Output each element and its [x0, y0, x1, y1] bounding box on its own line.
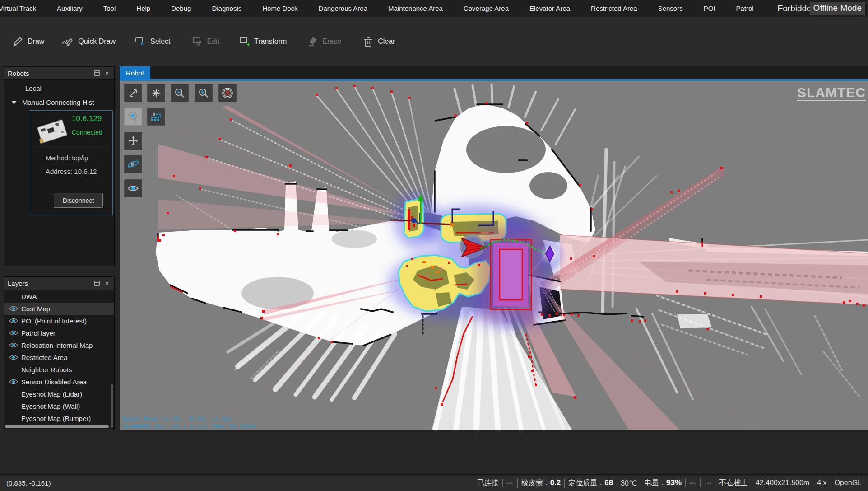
eye-icon[interactable]	[9, 354, 19, 362]
transform-rect-icon	[238, 36, 250, 47]
tab-robot[interactable]: Robot	[120, 66, 150, 79]
view-options-button[interactable]	[124, 179, 142, 197]
slamtec-logo: SLAMTEC	[797, 86, 866, 101]
cancel-action-button[interactable]	[218, 84, 237, 102]
status-dock-state: 不在桩上	[715, 478, 752, 488]
layer-row-relocation[interactable]: Relocation Internal Map	[4, 339, 114, 351]
eye-icon[interactable]	[9, 379, 19, 386]
select-button[interactable]: Select	[135, 36, 170, 47]
draw-label: Draw	[28, 37, 44, 46]
layer-label: Sensor Disabled Area	[21, 378, 87, 386]
menu-item-home-dock[interactable]: Home Dock	[252, 0, 308, 17]
menu-item-diagnosis[interactable]: Diagnosis	[201, 0, 252, 17]
device-method: Method: tcp/ip	[46, 154, 88, 162]
layer-row-restricted[interactable]: Restricted Area	[4, 351, 114, 364]
zoom-in-button[interactable]	[195, 84, 213, 102]
center-star-icon	[150, 87, 162, 99]
collapse-arrow-icon[interactable]	[11, 101, 17, 104]
dashed-path-icon	[150, 110, 162, 123]
clear-button[interactable]: Clear	[363, 36, 395, 47]
zoom-in-icon	[198, 87, 209, 99]
status-battery: 电量：93%	[641, 478, 685, 488]
locate-robot-button[interactable]	[124, 108, 142, 126]
layer-row-eyeshot-lidar[interactable]: Eyeshot Map (Lidar)	[4, 388, 114, 400]
fit-view-button[interactable]	[124, 84, 142, 102]
quick-draw-button[interactable]: Quick Draw	[61, 36, 116, 47]
menu-item-poi[interactable]: POI	[693, 0, 726, 17]
layers-vertical-scrollbar[interactable]	[111, 384, 113, 428]
layer-row-eyeshot-wall[interactable]: Eyeshot Map (Wall)	[4, 400, 114, 412]
status-temperature: 30℃	[617, 479, 641, 487]
menu-item-dangerous-area[interactable]: Dangerous Area	[308, 0, 378, 17]
layer-row-eyeshot-bumper[interactable]: Eyeshot Map (Bumper)	[4, 412, 114, 424]
robot-pose-overlay: Robot Pose (1.70, -0.79, -0.38) SLAMWARE…	[123, 416, 257, 430]
expand-icon	[127, 87, 139, 99]
eye-icon[interactable]	[9, 318, 19, 325]
status-placeholder-2: ---	[685, 479, 700, 487]
edit-button[interactable]: Edit	[191, 36, 220, 47]
eye-icon[interactable]	[9, 330, 19, 337]
menu-item-sensors[interactable]: Sensors	[648, 0, 693, 17]
menu-item-elevator-area[interactable]: Elevator Area	[519, 0, 580, 17]
layer-row-dwa[interactable]: DWA	[4, 290, 114, 303]
layers-horizontal-scrollbar[interactable]	[5, 425, 109, 428]
offline-mode-badge[interactable]: Offline Mode	[810, 2, 865, 15]
trajectory-button[interactable]	[147, 108, 165, 126]
erase-label: Erase	[322, 37, 341, 46]
layer-row-neighbor[interactable]: Neighbor Robots	[4, 364, 114, 376]
center-robot-button[interactable]	[147, 84, 165, 102]
layer-row-sensor-disabled[interactable]: Sensor Disabled Area	[4, 376, 114, 388]
erase-button[interactable]: Erase	[306, 36, 341, 47]
menu-item-restricted-area[interactable]: Restricted Area	[580, 0, 648, 17]
draw-button[interactable]: Draw	[12, 36, 44, 47]
close-panel-icon[interactable]: ×	[103, 280, 111, 287]
layers-panel-title: Layers	[8, 280, 28, 287]
layer-row-patrol[interactable]: Patrol layer	[4, 327, 114, 339]
restricted-area-rect	[475, 224, 548, 326]
pan-button[interactable]	[124, 132, 142, 150]
eraser-icon	[306, 36, 318, 47]
menu-item-help[interactable]: Help	[126, 0, 161, 17]
robots-tree-item-manual-connecting[interactable]: Manual Connecting Hist	[4, 95, 114, 108]
menu-item-auxiliary[interactable]: Auxiliary	[46, 0, 93, 17]
clear-label: Clear	[378, 37, 395, 46]
edit-label: Edit	[207, 37, 220, 46]
status-right: 已连接 --- 橡皮擦：0.2 定位质量：68 30℃ 电量：93% --- -…	[473, 477, 865, 488]
float-panel-icon[interactable]	[93, 280, 101, 287]
layers-panel-titlebar: Layers ×	[4, 277, 114, 290]
map-tabbar: Robot	[120, 66, 868, 79]
layer-row-poi[interactable]: POI (Point of Interest)	[4, 315, 114, 327]
transform-button[interactable]: Transform	[238, 36, 287, 47]
menu-item-debug[interactable]: Debug	[161, 0, 201, 17]
robots-tree-item-local[interactable]: Local	[4, 80, 114, 95]
status-eraser: 橡皮擦：0.2	[517, 478, 565, 488]
map-canvas[interactable]	[120, 81, 868, 430]
device-address: Address: 10.6.12	[46, 168, 97, 175]
locate-icon	[127, 110, 139, 123]
menu-item-coverage-area[interactable]: Coverage Area	[453, 0, 519, 17]
draw-toolbar: Draw Quick Draw Select Edit Transform Er…	[0, 17, 868, 66]
float-panel-icon[interactable]	[93, 70, 101, 77]
zoom-out-button[interactable]	[171, 84, 189, 102]
layer-row-cost-map[interactable]: Cost Map	[4, 303, 114, 315]
cursor-coordinates: (0.835, -0.161)	[6, 479, 51, 487]
menu-item-maintenance-area[interactable]: Maintenance Area	[378, 0, 453, 17]
menu-item-tool[interactable]: Tool	[93, 0, 126, 17]
robot-device-card[interactable]: 10.6.129 Connected Method: tcp/ip Addres…	[29, 110, 113, 215]
layer-label: Cost Map	[21, 305, 50, 313]
eye-icon[interactable]	[9, 342, 19, 350]
status-bar: (0.835, -0.161) 已连接 --- 橡皮擦：0.2 定位质量：68 …	[0, 474, 868, 491]
disconnect-button[interactable]: Disconnect	[54, 193, 103, 208]
status-renderer: OpenGL	[831, 479, 865, 487]
eye-icon[interactable]	[9, 305, 19, 313]
layer-label: DWA	[21, 293, 37, 300]
menu-item-patrol[interactable]: Patrol	[726, 0, 764, 17]
menu-item-virtual-track[interactable]: Virtual Track	[0, 0, 46, 17]
close-panel-icon[interactable]: ×	[103, 70, 111, 77]
version-line: SLAMWARE Ver: v5.1.1-rc1 (Mar 14 2024)	[123, 423, 257, 430]
robots-panel-title: Robots	[8, 70, 29, 77]
cancel-icon	[221, 87, 234, 99]
rotate-view-button[interactable]	[124, 155, 142, 173]
menu-item-forbidden[interactable]: Forbidde	[778, 4, 812, 14]
pose-line: Robot Pose (1.70, -0.79, -0.38)	[123, 416, 232, 422]
